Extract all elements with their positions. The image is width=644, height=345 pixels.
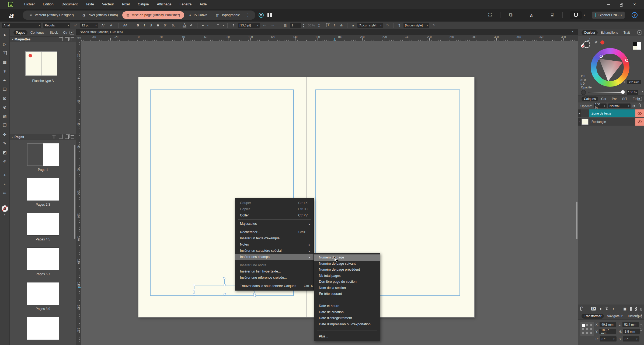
context-menu-item[interactable]: Notes xyxy=(235,241,314,247)
columns-input[interactable]: 1 xyxy=(290,23,301,28)
canvas-area[interactable]: <Sans titre> [Modifié] (103.0%) ✕ -40-20… xyxy=(76,29,578,345)
page-spread-item[interactable]: Pages 4,5 xyxy=(10,213,76,241)
layers-panel-tab[interactable]: Calques xyxy=(582,96,598,101)
mask-circle-icon[interactable]: ● xyxy=(600,307,602,311)
apps-grid-icon[interactable] xyxy=(267,13,272,17)
gear-icon[interactable]: ⚙ xyxy=(632,104,635,108)
context-menu-item[interactable]: Majuscules xyxy=(235,220,314,227)
menubar-item[interactable]: Fichier xyxy=(20,0,39,9)
bold-button[interactable]: B xyxy=(135,24,140,27)
page-spread-item[interactable]: Pages 2,3 xyxy=(10,178,76,206)
numbered-list-button[interactable]: ≕ xyxy=(270,23,276,27)
change-case-button[interactable]: AA xyxy=(122,24,128,27)
canvas-vertical-scrollbar[interactable] xyxy=(576,202,577,239)
menubar-item[interactable]: Texte xyxy=(82,0,98,9)
font-style-select[interactable]: Regular▾ xyxy=(43,23,70,28)
page-spread-item[interactable] xyxy=(10,317,76,345)
fill-stroke-selector[interactable]: ⤾ xyxy=(581,38,591,49)
left-panel-tab[interactable]: Stock xyxy=(47,30,60,35)
picture-frame-rectangle-tool[interactable]: ⊠ xyxy=(1,95,9,102)
width-input[interactable]: 52,4 mm xyxy=(622,322,639,327)
pan-tool[interactable]: ✛ xyxy=(1,171,9,179)
leading-select[interactable]: [13,8 pt]▾ xyxy=(238,23,260,28)
blend-mode-select[interactable]: Normal▾ xyxy=(608,104,631,108)
context-menu-item[interactable]: Couper Ctrl+X xyxy=(235,200,314,206)
y-input[interactable]: 183,7 mm xyxy=(599,329,616,334)
transform-panel-tab[interactable]: Navigateur xyxy=(604,314,625,319)
context-menu-item[interactable] xyxy=(235,260,314,262)
page-options-icon[interactable] xyxy=(52,135,56,139)
node-tool[interactable]: ▷ xyxy=(1,40,9,48)
menubar-item[interactable]: Aide xyxy=(196,0,211,9)
context-menu-item[interactable] xyxy=(235,227,314,229)
transform-panel-tab[interactable]: Transformer xyxy=(582,314,604,319)
picture-frame-ellipse-tool[interactable]: ⊗ xyxy=(1,104,9,111)
page-spread-item[interactable]: Pages 8,9 xyxy=(10,282,76,311)
vertical-align-button[interactable]: ⊤ xyxy=(215,23,221,27)
context-menu-item[interactable]: Insérer une ancre... xyxy=(235,262,314,268)
transparency-tool[interactable]: ◩ xyxy=(1,149,9,156)
menubar-item[interactable]: Pixel xyxy=(118,0,134,9)
color-panel-tab[interactable]: Échantillons xyxy=(598,30,621,35)
left-panel-tab[interactable]: Pages xyxy=(13,30,27,35)
group-folder-icon[interactable] xyxy=(630,308,632,311)
hue-marker[interactable] xyxy=(625,59,628,62)
ligatures-button[interactable]: fi xyxy=(332,24,337,27)
hourglass-icon[interactable] xyxy=(605,308,608,310)
character-style-select[interactable]: [Aucun style]▾ xyxy=(357,23,383,28)
persona-button[interactable]: ◫ Typographie xyxy=(212,11,244,19)
page-spread-item[interactable]: Pages 6,7 xyxy=(10,247,76,276)
stroke-color-well[interactable] xyxy=(581,44,584,48)
delete-page-icon[interactable] xyxy=(71,136,74,139)
hex-color-input[interactable]: 231F20 xyxy=(627,80,641,84)
frame-text-tool[interactable]: T xyxy=(1,49,9,57)
layer-visibility-toggle[interactable] xyxy=(635,109,644,117)
picked-color-dot[interactable] xyxy=(600,40,604,44)
layer-thumbnail[interactable] xyxy=(581,118,589,126)
add-master-icon[interactable] xyxy=(59,37,62,41)
submenu-item[interactable]: Plus... xyxy=(314,333,380,340)
context-menu-item[interactable]: Trouver dans la sous-fenêtre Calques Ctr… xyxy=(235,283,314,289)
menubar-item[interactable]: Fenêtre xyxy=(176,0,196,9)
place-image-tool[interactable]: ▨ xyxy=(1,113,9,120)
layers-panel-tab[interactable]: StT xyxy=(620,96,630,101)
menubar-item[interactable]: Affichage xyxy=(153,0,176,9)
export-png-button[interactable]: Exporter PNG ▾ xyxy=(592,12,625,19)
font-family-select[interactable]: Arial▾ xyxy=(2,23,41,28)
document-close-icon[interactable]: ✕ xyxy=(572,30,574,33)
baseline-grid-button[interactable]: ılı xyxy=(339,24,344,27)
layer-visibility-toggle[interactable] xyxy=(635,118,644,126)
color-panel-tab[interactable]: Trait xyxy=(621,30,632,35)
clip-to-canvas-icon[interactable]: ⛶ xyxy=(487,12,493,18)
height-input[interactable]: 8,5 mm xyxy=(623,329,640,334)
help-button[interactable]: ? xyxy=(632,12,638,18)
pencil-tool[interactable]: ✎ xyxy=(1,140,9,147)
context-menu-item[interactable]: Insérer une référence croisée... xyxy=(235,274,314,281)
pages-scrollbar[interactable] xyxy=(74,145,75,239)
color-panel-menu-button[interactable] xyxy=(637,30,642,34)
restore-button[interactable] xyxy=(617,1,626,8)
submenu-item[interactable]: Numéro de page suivant xyxy=(314,261,380,267)
transform-panel-menu-button[interactable] xyxy=(637,314,642,318)
pen-tool[interactable]: ✒ xyxy=(1,77,9,84)
submenu-item[interactable]: Numéro de page xyxy=(314,254,380,261)
account-icon[interactable] xyxy=(259,13,264,18)
persona-overflow-icon[interactable]: ⋮ xyxy=(244,13,253,18)
font-color-button[interactable]: A xyxy=(183,23,186,27)
link-dimensions-icon[interactable] xyxy=(640,325,642,331)
left-panel-tab[interactable]: Ctr xyxy=(61,30,70,35)
edit-icon[interactable] xyxy=(580,307,582,311)
layer-thumbnail[interactable] xyxy=(581,109,589,117)
submenu-item[interactable]: Nb total pages xyxy=(314,273,380,279)
left-panel-menu-button[interactable] xyxy=(69,31,74,35)
decrease-size-button[interactable]: A⁻ xyxy=(109,23,115,27)
context-menu-item[interactable]: Insérer un lien hypertexte... xyxy=(235,268,314,274)
page-spread-item[interactable]: Page 1 xyxy=(10,143,76,172)
menubar-item[interactable]: Vecteur xyxy=(98,0,118,9)
delete-master-icon[interactable] xyxy=(71,38,74,41)
menubar-item[interactable]: Edition xyxy=(39,0,58,9)
close-button[interactable] xyxy=(630,1,639,8)
document-tab[interactable]: <Sans titre> [Modifié] (103.0%) xyxy=(80,30,123,33)
table-tool[interactable]: ▦ xyxy=(1,58,9,66)
color-panel-tab[interactable]: Couleur xyxy=(582,30,598,35)
